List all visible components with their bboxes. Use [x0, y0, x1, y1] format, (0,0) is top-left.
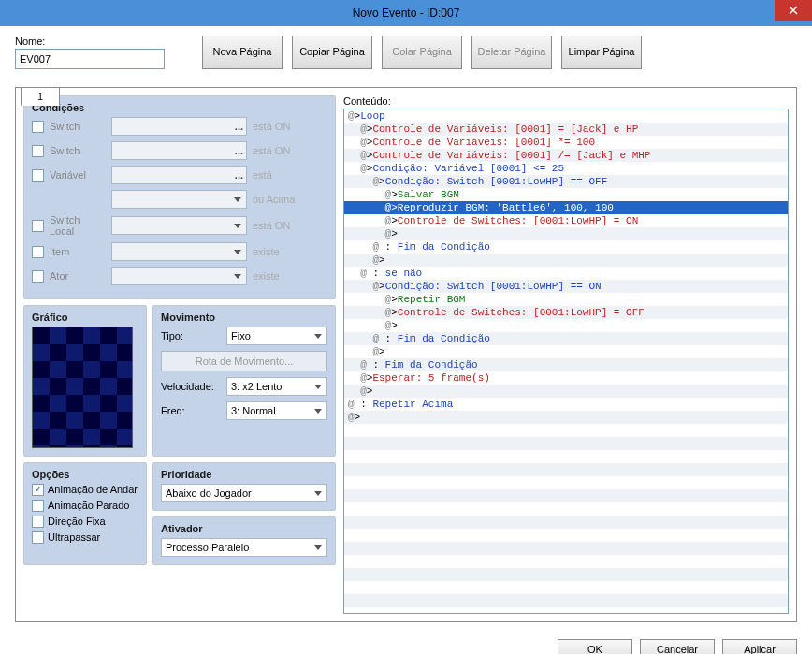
variable-combo[interactable]: ...	[111, 166, 247, 184]
cancel-button[interactable]: Cancelar	[640, 639, 715, 654]
actor-suffix: existe	[253, 270, 280, 282]
selfswitch-checkbox[interactable]	[32, 220, 44, 232]
switch2-suffix: está ON	[253, 145, 290, 156]
content-line-empty	[344, 594, 788, 607]
paste-page-button: Colar Página	[382, 36, 462, 69]
close-icon	[789, 6, 798, 15]
walk-anim-checkbox[interactable]	[32, 484, 44, 496]
switch1-checkbox[interactable]	[32, 121, 44, 133]
content-line[interactable]: @>	[344, 227, 788, 240]
chevron-down-icon	[231, 193, 244, 206]
content-line[interactable]: @ : Fim da Condição	[344, 358, 788, 371]
actor-combo[interactable]	[111, 267, 247, 285]
dir-fix-checkbox[interactable]	[32, 516, 44, 528]
ellipsis-icon: ...	[235, 121, 243, 132]
content-line[interactable]: @ : Repetir Acima	[344, 398, 788, 411]
chevron-down-icon	[312, 404, 325, 417]
switch2-combo[interactable]: ...	[111, 141, 247, 160]
chevron-down-icon	[312, 541, 325, 554]
options-group: Opções Animação de Andar Animação Parado…	[23, 462, 147, 565]
content-line[interactable]: @ : Fim da Condição	[344, 240, 788, 254]
graphic-title: Gráfico	[32, 312, 138, 323]
content-line-empty	[344, 542, 788, 555]
content-line[interactable]: @>	[344, 411, 788, 424]
variable-checkbox[interactable]	[32, 169, 44, 182]
variable-suffix: está	[253, 169, 272, 181]
content-line[interactable]: @>Controle de Variáveis: [0001] *= 100	[344, 136, 788, 149]
item-combo[interactable]	[111, 242, 247, 261]
content-line-empty	[344, 463, 788, 476]
ellipsis-icon: ...	[235, 169, 243, 181]
selfswitch-combo[interactable]	[111, 216, 247, 235]
chevron-down-icon	[312, 329, 325, 342]
content-label: Conteúdo:	[343, 95, 789, 107]
options-title: Opções	[32, 469, 138, 480]
content-line[interactable]: @ : se não	[344, 267, 788, 280]
content-line[interactable]: @>Controle de Variáveis: [0001] = [Jack]…	[344, 123, 788, 136]
switch2-label: Switch	[50, 145, 106, 156]
tab-1[interactable]: 1	[21, 87, 60, 106]
clear-page-button[interactable]: Limpar Página	[561, 36, 642, 69]
content-line[interactable]: @>Condição: Switch [0001:LowHP] == OFF	[344, 175, 788, 188]
chevron-down-icon	[231, 245, 244, 258]
content-line[interactable]: @>Controle de Variáveis: [0001] /= [Jack…	[344, 149, 788, 162]
dir-fix-label: Direção Fixa	[48, 516, 106, 527]
content-line[interactable]: @>Reproduzir BGM: 'Battle6', 100, 100	[344, 201, 788, 214]
switch1-label: Switch	[50, 121, 106, 132]
conditions-title: Condições	[32, 102, 327, 113]
actor-checkbox[interactable]	[32, 270, 44, 283]
content-line[interactable]: @>Salvar BGM	[344, 188, 788, 201]
content-line-empty	[344, 516, 788, 529]
content-line[interactable]: @ : Fim da Condição	[344, 332, 788, 345]
content-line[interactable]: @>Controle de Switches: [0001:LowHP] = O…	[344, 306, 788, 319]
content-line[interactable]: @>	[344, 319, 788, 332]
copy-page-button[interactable]: Copiar Página	[292, 36, 372, 69]
content-line-empty	[344, 424, 788, 437]
movement-speed-combo[interactable]: 3: x2 Lento	[226, 377, 327, 396]
content-line[interactable]: @>Loop	[344, 109, 788, 123]
content-line-empty	[344, 450, 788, 463]
content-line[interactable]: @>	[344, 254, 788, 267]
priority-title: Prioridade	[161, 469, 327, 480]
content-line-empty	[344, 476, 788, 489]
priority-combo[interactable]: Abaixo do Jogador	[161, 484, 327, 502]
movement-type-combo[interactable]: Fixo	[226, 327, 327, 345]
movement-freq-combo[interactable]: 3: Normal	[226, 401, 327, 420]
variable-label: Variável	[50, 169, 106, 181]
movement-type-label: Tipo:	[161, 330, 223, 342]
content-line[interactable]: @>	[344, 345, 788, 358]
content-line-empty	[344, 581, 788, 594]
switch2-checkbox[interactable]	[32, 145, 44, 157]
ellipsis-icon: ...	[235, 145, 243, 156]
content-line-empty	[344, 555, 788, 568]
switch1-combo[interactable]: ...	[111, 117, 247, 136]
through-checkbox[interactable]	[32, 531, 44, 544]
walk-anim-label: Animação de Andar	[48, 484, 138, 495]
switch1-suffix: está ON	[253, 121, 290, 132]
trigger-title: Ativador	[161, 523, 327, 534]
content-line-empty	[344, 568, 788, 581]
movement-title: Movimento	[161, 312, 327, 323]
content-line[interactable]: @>Condição: Switch [0001:LowHP] == ON	[344, 280, 788, 293]
variable-value-combo[interactable]	[111, 190, 247, 209]
close-button[interactable]	[775, 0, 812, 21]
item-checkbox[interactable]	[32, 246, 44, 258]
trigger-combo[interactable]: Processo Paralelo	[161, 538, 327, 557]
content-line[interactable]: @>Condição: Variável [0001] <= 25	[344, 162, 788, 175]
new-page-button[interactable]: Nova Página	[202, 36, 283, 69]
content-list[interactable]: @>Loop @>Controle de Variáveis: [0001] =…	[343, 109, 789, 614]
content-line[interactable]: @>Controle de Switches: [0001:LowHP] = O…	[344, 214, 788, 227]
variable-suffix2: ou Acima	[253, 194, 295, 205]
priority-group: Prioridade Abaixo do Jogador	[152, 462, 336, 511]
content-line[interactable]: @>Repetir BGM	[344, 293, 788, 306]
through-label: Ultrapassar	[48, 531, 100, 543]
step-anim-checkbox[interactable]	[32, 500, 44, 512]
ok-button[interactable]: OK	[558, 639, 632, 654]
content-line-empty	[344, 489, 788, 502]
apply-button[interactable]: Aplicar	[722, 639, 797, 654]
trigger-group: Ativador Processo Paralelo	[152, 516, 336, 565]
name-input[interactable]	[15, 49, 165, 69]
graphic-preview[interactable]	[32, 327, 133, 448]
content-line[interactable]: @>Esperar: 5 frame(s)	[344, 371, 788, 385]
content-line[interactable]: @>	[344, 385, 788, 398]
